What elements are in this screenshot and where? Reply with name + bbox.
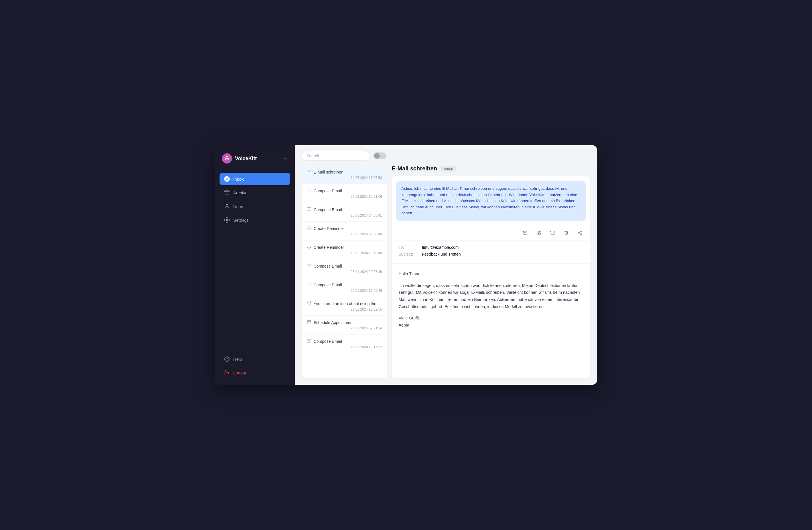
detail-header: E-Mail schreiben #email xyxy=(392,165,590,172)
share-icon-8 xyxy=(307,301,311,306)
calendar-icon-9 xyxy=(307,320,311,325)
sidebar-item-settings[interactable]: Settings xyxy=(219,214,290,226)
mail-icon-6 xyxy=(307,263,311,269)
sidebar-item-logout[interactable]: Logout xyxy=(219,366,290,379)
email-item-6-header: Compose Email xyxy=(307,263,382,269)
email-item-7-title: Compose Email xyxy=(314,283,382,287)
archive-button[interactable] xyxy=(548,228,557,237)
svg-rect-14 xyxy=(307,321,311,324)
svg-point-6 xyxy=(225,357,230,362)
mail-icon-7 xyxy=(307,282,311,288)
transcription-box: Achso, ich möchte eine E-Mail an Timur s… xyxy=(396,181,585,221)
email-item-8-date: 23.01.2024 12:02:55 xyxy=(307,307,382,311)
sidebar: VoiceKitt « Inbox xyxy=(215,145,295,385)
app-logo-icon xyxy=(222,153,232,164)
detail-tag: #email xyxy=(440,166,456,172)
email-item-6[interactable]: Compose Email 25.01.2024 20:07:39 xyxy=(302,259,387,278)
email-item-8-title: You shared an idea about using the... xyxy=(314,301,382,306)
edit-button[interactable] xyxy=(534,228,543,237)
email-item-3[interactable]: Compose Email 25.03.2024 14:38:41 xyxy=(302,203,387,222)
email-closing: Viele Grüße, Aemal xyxy=(398,314,583,328)
search-input[interactable] xyxy=(302,151,370,161)
archive-action-icon xyxy=(550,231,555,235)
mail-icon-2 xyxy=(307,188,311,193)
share-button[interactable] xyxy=(575,228,584,237)
meta-subject-row: Subject: Feedback und Treffen xyxy=(398,252,583,256)
bell-icon-5 xyxy=(307,245,311,250)
svg-point-0 xyxy=(226,157,228,159)
svg-rect-2 xyxy=(225,191,230,191)
mail-icon-1 xyxy=(307,169,311,175)
email-item-9-title: Schedule Appointment xyxy=(314,320,382,325)
email-item-9-date: 23.01.2024 09:21:24 xyxy=(307,326,382,330)
meta-subject-value: Feedback und Treffen xyxy=(422,252,461,256)
email-item-8-header: You shared an idea about using the... xyxy=(307,301,382,306)
users-icon xyxy=(224,204,230,209)
email-item-4-title: Create Reminder xyxy=(314,226,382,231)
detail-title: E-Mail schreiben xyxy=(392,165,437,172)
email-item-2-date: 25.03.2024 15:51:06 xyxy=(307,195,382,198)
sidebar-item-archive[interactable]: Archive xyxy=(219,186,290,199)
app-name: VoiceKitt xyxy=(235,156,257,162)
transcription-text: Achso, ich möchte eine E-Mail an Timur s… xyxy=(402,186,577,215)
svg-point-5 xyxy=(227,219,228,221)
email-item-2-title: Compose Email xyxy=(314,189,382,193)
detail-panel: E-Mail schreiben #email Achso, ich möcht… xyxy=(392,165,590,378)
panels: E-Mail schreiben 14.05.2024 17:06:53 Com… xyxy=(295,165,597,385)
email-item-9[interactable]: Schedule Appointment 23.01.2024 09:21:24 xyxy=(302,316,387,335)
top-bar xyxy=(295,145,597,165)
logout-icon xyxy=(224,370,230,376)
sidebar-item-logout-label: Logout xyxy=(233,370,246,375)
email-item-8[interactable]: You shared an idea about using the... 23… xyxy=(302,297,387,316)
main-content: E-Mail schreiben 14.05.2024 17:06:53 Com… xyxy=(295,145,597,385)
meta-subject-label: Subject: xyxy=(398,252,419,256)
mail-icon-3 xyxy=(307,207,311,212)
meta-to-row: To: timur@example.com xyxy=(398,245,583,250)
toggle-switch[interactable] xyxy=(374,152,386,159)
email-item-7[interactable]: Compose Email 25.01.2024 17:55:46 xyxy=(302,278,387,297)
send-button[interactable] xyxy=(521,228,530,237)
detail-card: Achso, ich möchte eine E-Mail an Timur s… xyxy=(392,176,590,378)
email-item-4-date: 18.02.2024 19:58:49 xyxy=(307,232,382,236)
email-item-1-date: 14.05.2024 17:06:53 xyxy=(307,176,382,180)
sidebar-nav: Inbox Archive xyxy=(215,171,295,348)
svg-line-26 xyxy=(579,232,581,233)
email-item-1[interactable]: E-Mail schreiben 14.05.2024 17:06:53 xyxy=(302,165,387,184)
email-greeting: Hallo Timur, xyxy=(398,270,583,278)
email-item-10-title: Compose Email xyxy=(314,339,382,344)
email-item-6-date: 25.01.2024 20:07:39 xyxy=(307,270,382,274)
email-item-5-title: Create Reminder xyxy=(314,245,382,250)
email-item-5-header: Create Reminder xyxy=(307,245,382,250)
sidebar-item-users[interactable]: Users xyxy=(219,200,290,212)
svg-rect-20 xyxy=(551,231,555,232)
email-item-10[interactable]: Compose Email 16.01.2024 23:17:32 xyxy=(302,335,387,353)
email-item-5[interactable]: Create Reminder 18.02.2024 19:58:49 xyxy=(302,240,387,259)
sidebar-header: VoiceKitt « xyxy=(215,145,295,171)
send-icon xyxy=(523,231,527,235)
email-item-2[interactable]: Compose Email 25.03.2024 15:51:06 xyxy=(302,184,387,203)
email-item-7-date: 25.01.2024 17:55:46 xyxy=(307,289,382,293)
meta-to-label: To: xyxy=(398,245,419,250)
email-item-3-title: Compose Email xyxy=(314,207,382,212)
email-item-2-header: Compose Email xyxy=(307,188,382,193)
bell-icon-4 xyxy=(307,226,311,231)
sidebar-item-users-label: Users xyxy=(233,204,244,209)
sidebar-item-help[interactable]: Help xyxy=(219,353,290,365)
email-item-7-header: Compose Email xyxy=(307,282,382,288)
collapse-button[interactable]: « xyxy=(283,154,288,163)
email-item-3-header: Compose Email xyxy=(307,207,382,212)
edit-icon xyxy=(537,231,541,235)
delete-button[interactable] xyxy=(562,228,571,237)
logo-svg xyxy=(224,155,230,162)
email-item-1-title: E-Mail schreiben xyxy=(314,170,382,174)
meta-to-value: timur@example.com xyxy=(422,245,459,250)
email-item-4[interactable]: Create Reminder 18.02.2024 19:58:49 xyxy=(302,222,387,240)
email-item-1-header: E-Mail schreiben xyxy=(307,169,382,175)
sidebar-item-inbox[interactable]: Inbox xyxy=(219,173,290,185)
settings-icon xyxy=(224,217,230,223)
archive-icon xyxy=(224,190,230,195)
email-item-5-date: 18.02.2024 19:58:49 xyxy=(307,251,382,255)
sidebar-item-inbox-label: Inbox xyxy=(233,177,244,181)
svg-line-25 xyxy=(579,233,581,234)
email-body: Hallo Timur, ich wollte dir sagen, dass … xyxy=(392,264,590,340)
